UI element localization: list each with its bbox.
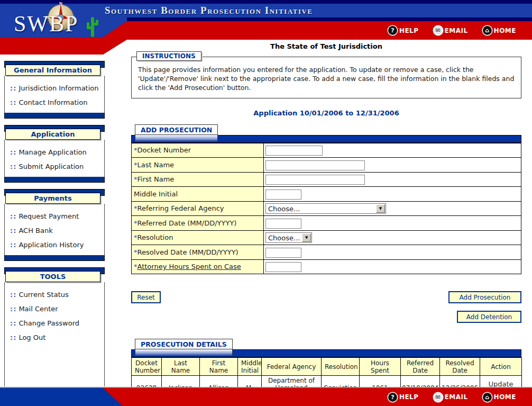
help-button[interactable]: ?HELP bbox=[388, 26, 419, 35]
sidebar-item-label: Jurisdiction Information bbox=[19, 84, 98, 92]
nav-label: HOME bbox=[494, 27, 516, 34]
sidebar-item-label: ACH Bank bbox=[19, 227, 52, 234]
last-name-input[interactable] bbox=[265, 160, 365, 170]
header-red-band-left bbox=[0, 37, 103, 55]
section-bottom-bar bbox=[4, 113, 105, 119]
section-bottom-bar bbox=[4, 255, 105, 261]
app-title: Southwest Border Prosecution Initiative bbox=[105, 5, 313, 16]
referred-date-input[interactable] bbox=[265, 219, 301, 229]
selected-value: Choose... bbox=[268, 205, 374, 213]
sidebar-item-log-out[interactable]: ::Log Out bbox=[5, 330, 104, 345]
form-row-last-name: *Last Name bbox=[132, 158, 521, 173]
section-items: ::Jurisdiction Information::Contact Info… bbox=[4, 76, 105, 113]
add-detention-button[interactable]: Add Detention bbox=[457, 311, 521, 323]
docket-number-input[interactable] bbox=[265, 146, 323, 156]
home-icon: ⌂ bbox=[483, 26, 492, 35]
form-row-referred-date: *Referred Date (MM/DD/YYYY) bbox=[132, 216, 521, 231]
bullet-icon: :: bbox=[10, 291, 16, 299]
add-prosecution-section: ADD PROSECUTION *Docket Number*Last Name… bbox=[131, 124, 521, 275]
sidebar-item-label: Contact Information bbox=[19, 98, 87, 106]
sidebar-item-ach-bank[interactable]: ::ACH Bank bbox=[5, 223, 104, 238]
help-button[interactable]: ?HELP bbox=[388, 393, 419, 402]
sidebar-item-jurisdiction-information[interactable]: ::Jurisdiction Information bbox=[5, 81, 104, 95]
nav-label: HELP bbox=[399, 27, 419, 34]
resolution-label: Resolution bbox=[137, 233, 173, 241]
sidebar-item-label: Current Status bbox=[19, 291, 68, 299]
bullet-icon: :: bbox=[10, 227, 16, 234]
home-button[interactable]: ⌂HOME bbox=[483, 26, 516, 35]
reset-button[interactable]: Reset bbox=[131, 291, 161, 303]
field-label-cell: *Referring Federal Agency bbox=[132, 201, 264, 216]
section-items: ::Manage Application::Submit Application bbox=[4, 140, 105, 177]
chevron-down-icon[interactable]: ▼ bbox=[302, 233, 311, 242]
header-top-strip bbox=[0, 0, 532, 4]
referring-federal-agency-select[interactable]: Choose...▼ bbox=[265, 203, 386, 214]
sidebar-item-request-payment[interactable]: ::Request Payment bbox=[5, 209, 104, 223]
email-button[interactable]: ✉EMAIL bbox=[434, 393, 468, 402]
bullet-icon: :: bbox=[10, 333, 16, 341]
tab-fade bbox=[135, 349, 233, 356]
sidebar-item-current-status[interactable]: ::Current Status bbox=[5, 287, 104, 302]
attorney-hours-label-link[interactable]: Attorney Hours Spent on Case bbox=[137, 263, 241, 270]
sidebar-item-change-password[interactable]: ::Change Password bbox=[5, 316, 104, 330]
field-input-cell bbox=[264, 143, 521, 158]
column-header-middle-initial: Middle Initial bbox=[238, 358, 262, 376]
chevron-down-icon[interactable]: ▼ bbox=[376, 204, 385, 213]
header-navy-divider bbox=[127, 17, 532, 21]
swbp-logo: SWBP bbox=[14, 13, 78, 35]
nav-label: HOME bbox=[494, 393, 516, 401]
sidebar-item-label: Change Password bbox=[19, 319, 79, 327]
column-header-hours-spent: Hours Spent bbox=[360, 358, 401, 376]
middle-initial-input[interactable] bbox=[265, 190, 301, 200]
sidebar-item-contact-information[interactable]: ::Contact Information bbox=[5, 95, 104, 110]
form-row-docket-number: *Docket Number bbox=[132, 143, 521, 158]
referred-date-label: Referred Date (MM/DD/YYYY) bbox=[137, 219, 237, 227]
bullet-icon: :: bbox=[10, 84, 16, 92]
resolution-select[interactable]: Choose...▼ bbox=[265, 232, 312, 243]
nav-label: HELP bbox=[399, 393, 419, 401]
email-button[interactable]: ✉EMAIL bbox=[434, 26, 468, 35]
field-label-cell: *Referred Date (MM/DD/YYYY) bbox=[132, 216, 264, 231]
instructions-text: This page provides information you enter… bbox=[138, 66, 515, 93]
home-button[interactable]: ⌂HOME bbox=[483, 393, 516, 402]
home-icon: ⌂ bbox=[483, 393, 492, 402]
resolved-date-label: Resolved Date (MM/DD/YYYY) bbox=[137, 248, 239, 256]
sidebar-section-general-information: General Information::Jurisdiction Inform… bbox=[4, 61, 105, 119]
form-rows: *Docket Number*Last Name*First NameMiddl… bbox=[132, 143, 521, 274]
sidebar-item-manage-application[interactable]: ::Manage Application bbox=[5, 145, 104, 159]
cactus-icon bbox=[86, 16, 99, 38]
field-label-cell: *Resolved Date (MM/DD/YYYY) bbox=[132, 245, 264, 260]
first-name-input[interactable] bbox=[265, 175, 365, 185]
section-title: General Information bbox=[5, 65, 100, 76]
column-header-referred-date: Referred Date bbox=[401, 358, 440, 376]
sidebar-section-payments: Payments::Request Payment::ACH Bank::App… bbox=[4, 189, 105, 261]
resolved-date-input[interactable] bbox=[265, 248, 301, 258]
field-input-cell bbox=[264, 245, 521, 260]
column-header-resolved-date: Resolved Date bbox=[440, 358, 480, 376]
add-prosecution-form: *Docket Number*Last Name*First NameMiddl… bbox=[131, 143, 521, 275]
section-title: Payments bbox=[5, 193, 100, 204]
add-prosecution-tab: ADD PROSECUTION bbox=[135, 124, 218, 142]
sidebar-item-label: Application History bbox=[19, 241, 84, 249]
sidebar-item-mail-center[interactable]: ::Mail Center bbox=[5, 302, 104, 316]
field-input-cell: Choose...▼ bbox=[264, 230, 521, 245]
application-period-heading: Application 10/01/2006 to 12/31/2006 bbox=[131, 109, 521, 117]
header-red-band: ?HELP✉EMAIL⌂HOME bbox=[127, 21, 532, 40]
sidebar-item-application-history[interactable]: ::Application History bbox=[5, 238, 104, 252]
attorney-hours-input[interactable] bbox=[265, 262, 301, 272]
footer-navbar: ?HELP✉EMAIL⌂HOME bbox=[388, 388, 532, 406]
page-title: The State of Test Jurisdiction bbox=[131, 42, 521, 50]
section-bottom-bar bbox=[4, 177, 105, 183]
nav-label: EMAIL bbox=[445, 393, 468, 401]
add-prosecution-button[interactable]: Add Prosecution bbox=[448, 291, 521, 303]
section-title: Application bbox=[5, 129, 100, 140]
selected-value: Choose... bbox=[268, 234, 300, 242]
help-icon: ? bbox=[388, 393, 397, 402]
field-input-cell bbox=[264, 187, 521, 202]
footer-blue-diagonal bbox=[0, 388, 123, 406]
sidebar-item-submit-application[interactable]: ::Submit Application bbox=[5, 159, 104, 174]
nav-label: EMAIL bbox=[445, 27, 468, 34]
bullet-icon: :: bbox=[10, 319, 16, 327]
column-header-docket-number: Docket Number bbox=[132, 358, 162, 376]
form-buttons-row: Reset Add Prosecution bbox=[131, 291, 521, 303]
